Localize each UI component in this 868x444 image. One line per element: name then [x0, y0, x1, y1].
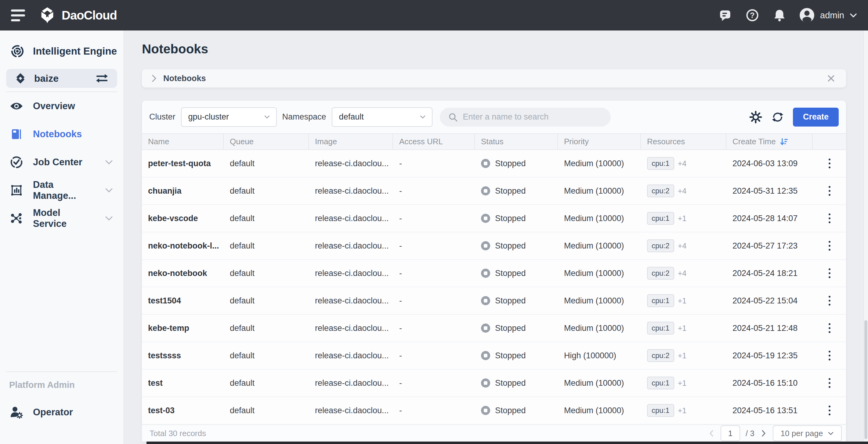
- workspace-switcher[interactable]: baize: [6, 69, 117, 88]
- breadcrumb-label: Notebooks: [163, 74, 206, 83]
- screen: DaoCloud ? admin: [0, 0, 868, 444]
- namespace-label: Namespace: [282, 112, 326, 122]
- queue-cell: default: [224, 177, 309, 204]
- refresh-button[interactable]: [771, 110, 784, 124]
- scrollbar-thumb[interactable]: [864, 320, 867, 439]
- access-url-cell: -: [393, 370, 475, 397]
- breadcrumb-chevron-icon: [152, 74, 157, 82]
- page-input[interactable]: [721, 425, 740, 441]
- sidebar-item-label: Model Service: [33, 207, 95, 229]
- settings-button[interactable]: [749, 110, 763, 124]
- sidebar-item-data-management[interactable]: Data Manage...: [0, 176, 123, 204]
- sidebar-item-notebooks[interactable]: Notebooks: [0, 120, 123, 148]
- create-time-cell: 2024-05-19 12:35: [726, 342, 813, 369]
- image-cell: release-ci.daoclou...: [309, 397, 393, 424]
- breadcrumb-close-button[interactable]: [826, 73, 836, 83]
- per-page-select[interactable]: 10 per page: [773, 425, 842, 441]
- priority-cell: High (100000): [558, 342, 641, 369]
- column-header-create-time[interactable]: Create Time: [726, 134, 813, 149]
- column-header-access-url[interactable]: Access URL: [393, 134, 475, 149]
- username: admin: [820, 10, 844, 21]
- user-menu[interactable]: admin: [799, 8, 857, 23]
- notifications-button[interactable]: [772, 8, 786, 22]
- priority-cell: Medium (10000): [558, 287, 641, 314]
- cluster-select[interactable]: gpu-cluster: [181, 107, 277, 127]
- namespace-select[interactable]: default: [332, 107, 432, 127]
- prev-page-button[interactable]: [708, 429, 715, 438]
- resources-cell: cpu:2 +4: [641, 232, 726, 259]
- chevron-down-icon: [420, 115, 426, 119]
- gear-icon: [749, 110, 763, 124]
- page-title: Notebooks: [142, 41, 846, 57]
- help-button[interactable]: ?: [745, 8, 760, 23]
- resource-extra: +1: [678, 406, 687, 415]
- create-time-cell: 2024-05-31 12:35: [726, 177, 813, 204]
- image-cell: release-ci.daoclou...: [309, 315, 393, 342]
- job-center-icon: [10, 156, 23, 169]
- queue-cell: default: [224, 287, 309, 314]
- kebab-menu-button[interactable]: [813, 232, 846, 259]
- kebab-menu-button[interactable]: [813, 342, 846, 369]
- sidebar-item-operator[interactable]: Operator: [0, 398, 123, 426]
- column-header-priority[interactable]: Priority: [558, 134, 641, 149]
- topbar-actions: ? admin: [718, 8, 868, 23]
- resource-chip: cpu:1: [647, 294, 674, 307]
- chat-button[interactable]: [718, 8, 732, 22]
- kebab-menu-button[interactable]: [813, 205, 846, 232]
- scrollbar[interactable]: [863, 31, 868, 442]
- column-header-status[interactable]: Status: [475, 134, 558, 149]
- hamburger-menu-button[interactable]: [9, 8, 27, 23]
- kebab-menu-button[interactable]: [813, 177, 846, 204]
- column-header-name[interactable]: Name: [142, 134, 224, 149]
- column-header-queue[interactable]: Queue: [224, 134, 309, 149]
- kebab-menu-button[interactable]: [813, 397, 846, 424]
- next-page-button[interactable]: [760, 429, 767, 438]
- column-header-image[interactable]: Image: [309, 134, 393, 149]
- create-time-cell: 2024-06-03 13:09: [726, 150, 813, 177]
- column-header-resources[interactable]: Resources: [641, 134, 726, 149]
- row-actions: [813, 342, 846, 369]
- search-input[interactable]: [463, 112, 603, 122]
- status-label: Stopped: [495, 323, 526, 333]
- pagination: / 3 10 per page: [708, 425, 842, 441]
- create-time-cell: 2024-05-22 15:04: [726, 287, 813, 314]
- daocloud-logo-icon: [38, 6, 56, 24]
- chevron-right-icon: [761, 430, 766, 437]
- swap-workspace-icon[interactable]: [95, 73, 108, 84]
- kebab-menu-button[interactable]: [813, 287, 846, 314]
- image-cell: release-ci.daoclou...: [309, 260, 393, 287]
- sidebar-item-job-center[interactable]: Job Center: [0, 148, 123, 176]
- create-button[interactable]: Create: [793, 108, 839, 127]
- table-row: testssss default release-ci.daoclou... -…: [142, 342, 846, 370]
- kebab-menu-button[interactable]: [813, 315, 846, 342]
- kebab-menu-button[interactable]: [813, 260, 846, 287]
- create-time-cell: 2024-05-21 12:48: [726, 315, 813, 342]
- queue-cell: default: [224, 260, 309, 287]
- resource-extra: +1: [678, 214, 687, 223]
- sidebar-item-overview[interactable]: Overview: [0, 92, 123, 120]
- kebab-icon: [829, 159, 831, 161]
- content-card: Cluster gpu-cluster Namespace default: [142, 101, 846, 442]
- status-stopped-icon: [481, 241, 490, 250]
- priority-cell: Medium (10000): [558, 315, 641, 342]
- name-cell: test-03: [142, 397, 224, 424]
- access-url-cell: -: [393, 205, 475, 232]
- sidebar-item-model-service[interactable]: Model Service: [0, 204, 123, 232]
- name-cell: peter-test-quota: [142, 150, 224, 177]
- resources-cell: cpu:2 +1: [641, 342, 726, 369]
- kebab-menu-button[interactable]: [813, 370, 846, 397]
- resources-cell: cpu:1 +1: [641, 370, 726, 397]
- image-cell: release-ci.daoclou...: [309, 150, 393, 177]
- search-box[interactable]: [440, 108, 611, 127]
- kebab-menu-button[interactable]: [813, 150, 846, 177]
- name-cell: kebe-vscode: [142, 205, 224, 232]
- page-total: / 3: [746, 429, 754, 438]
- status-cell: Stopped: [475, 397, 558, 424]
- row-actions: [813, 205, 846, 232]
- status-stopped-icon: [481, 186, 490, 196]
- sort-descending-icon[interactable]: [780, 138, 789, 146]
- svg-text:?: ?: [750, 11, 754, 20]
- brand[interactable]: DaoCloud: [38, 6, 117, 24]
- breadcrumb[interactable]: Notebooks: [142, 69, 846, 88]
- status-stopped-icon: [481, 296, 490, 305]
